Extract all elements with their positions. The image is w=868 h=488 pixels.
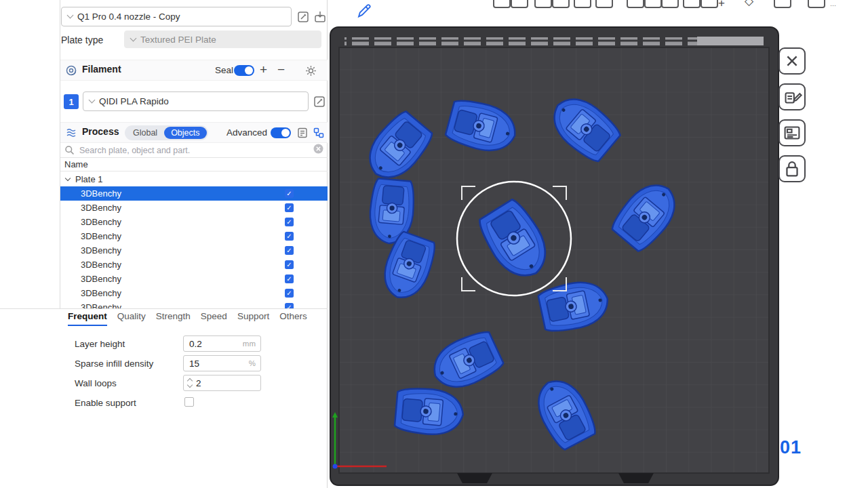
tree-item-object[interactable]: 3DBenchy✓ bbox=[60, 229, 328, 243]
tab-strength[interactable]: Strength bbox=[156, 311, 191, 326]
object-visibility-checkbox[interactable]: ✓ bbox=[285, 232, 294, 241]
tab-others[interactable]: Others bbox=[279, 311, 307, 326]
param-input[interactable]: 2 bbox=[183, 375, 261, 391]
object-visibility-checkbox[interactable]: ✓ bbox=[285, 289, 294, 298]
tree-item-object[interactable]: 3DBenchy✓ bbox=[60, 215, 328, 229]
scope-objects-button[interactable]: Objects bbox=[164, 127, 206, 139]
plate-type-select[interactable]: Textured PEI Plate bbox=[124, 30, 321, 48]
plate-clip bbox=[618, 473, 654, 483]
export-preset-icon[interactable] bbox=[313, 10, 327, 24]
object-name: 3DBenchy bbox=[81, 188, 121, 199]
printer-preset-select[interactable]: Q1 Pro 0.4 nozzle - Copy bbox=[61, 7, 292, 26]
edit-filament-icon[interactable] bbox=[313, 95, 326, 108]
object-visibility-checkbox[interactable]: ✓ bbox=[285, 203, 294, 212]
tree-item-object[interactable]: 3DBenchy✓ bbox=[60, 243, 328, 258]
object-visibility-checkbox[interactable]: ✓ bbox=[285, 274, 294, 283]
build-plate[interactable] bbox=[328, 24, 781, 488]
filament-name: QIDI PLA Rapido bbox=[99, 96, 169, 106]
tree-item-object[interactable]: 3DBenchy✓ bbox=[60, 300, 328, 308]
toolbar-icon[interactable] bbox=[627, 0, 644, 8]
param-input[interactable]: 15% bbox=[183, 355, 261, 371]
toolbar-icon[interactable] bbox=[574, 0, 591, 8]
plate-settings-button[interactable] bbox=[778, 119, 806, 146]
plate-settings-icon bbox=[781, 121, 804, 144]
tree-item-object[interactable]: 3DBenchy✓ bbox=[60, 272, 328, 286]
plate-clip bbox=[457, 473, 492, 483]
toolbar-icon[interactable] bbox=[534, 0, 552, 8]
tree-item-object[interactable]: 3DBenchy✓ bbox=[60, 201, 328, 215]
advanced-toggle[interactable] bbox=[271, 127, 291, 138]
toolbar-icon[interactable] bbox=[774, 0, 791, 8]
name-column-label: Name bbox=[64, 159, 88, 169]
param-row: Layer height0.2mm bbox=[0, 335, 328, 354]
printer-preset-value: Q1 Pro 0.4 nozzle - Copy bbox=[77, 12, 180, 22]
collapse-caret-icon[interactable] bbox=[65, 176, 71, 181]
search-bar bbox=[60, 143, 328, 158]
tree-item-plate[interactable]: Plate 1 bbox=[60, 172, 328, 186]
object-name: 3DBenchy bbox=[81, 217, 121, 227]
tab-support[interactable]: Support bbox=[237, 311, 269, 326]
search-icon bbox=[64, 145, 75, 155]
chevron-down-icon bbox=[130, 35, 137, 41]
object-name: 3DBenchy bbox=[81, 231, 121, 241]
param-input[interactable]: 0.2mm bbox=[183, 336, 261, 352]
tree-item-object[interactable]: 3DBenchy✓ bbox=[60, 186, 328, 201]
search-input[interactable] bbox=[79, 146, 309, 155]
object-visibility-checkbox[interactable]: ✓ bbox=[285, 246, 294, 255]
param-row: Enable support bbox=[0, 394, 328, 413]
spinner-arrows[interactable] bbox=[188, 379, 192, 387]
filament-select[interactable]: QIDI PLA Rapido bbox=[83, 92, 309, 111]
clear-search-icon[interactable] bbox=[309, 144, 323, 157]
viewport-3d[interactable]: + ◇ ... bbox=[328, 0, 868, 488]
parameter-list: Layer height0.2mmSparse infill density15… bbox=[0, 335, 328, 413]
object-visibility-checkbox[interactable]: ✓ bbox=[285, 260, 294, 269]
object-visibility-checkbox[interactable]: ✓ bbox=[285, 218, 294, 226]
edit-preset-icon[interactable] bbox=[296, 10, 310, 24]
process-icon bbox=[65, 127, 77, 139]
param-label: Sparse infill density bbox=[75, 359, 153, 369]
toolbar-icon[interactable] bbox=[493, 0, 511, 8]
enable-support-checkbox[interactable] bbox=[184, 397, 194, 407]
lock-plate-button[interactable] bbox=[778, 155, 806, 182]
edit-plate-icon[interactable] bbox=[355, 2, 373, 22]
toolbar-icon[interactable] bbox=[808, 0, 825, 8]
delete-all-button[interactable] bbox=[778, 47, 806, 75]
tab-speed[interactable]: Speed bbox=[201, 311, 227, 326]
toolbar-icon[interactable] bbox=[701, 0, 718, 8]
param-unit: % bbox=[249, 359, 256, 367]
filament-slot-badge[interactable]: 1 bbox=[64, 94, 79, 109]
auto-arrange-button[interactable] bbox=[778, 83, 806, 110]
process-list-icon[interactable] bbox=[296, 127, 309, 139]
param-row: Wall loops2 bbox=[0, 374, 328, 394]
param-label: Wall loops bbox=[75, 378, 117, 388]
remove-filament-button[interactable]: − bbox=[277, 63, 285, 76]
tab-frequent[interactable]: Frequent bbox=[68, 311, 107, 326]
toolbar-icon[interactable] bbox=[595, 0, 613, 8]
more-icon[interactable]: ... bbox=[830, 0, 836, 7]
tree-item-object[interactable]: 3DBenchy✓ bbox=[60, 286, 328, 300]
toolbar-icon[interactable] bbox=[552, 0, 570, 8]
toolbar-icon[interactable] bbox=[511, 0, 528, 8]
seal-toggle[interactable] bbox=[234, 65, 254, 76]
object-name: 3DBenchy bbox=[81, 274, 121, 284]
tree-item-object[interactable]: 3DBenchy✓ bbox=[60, 258, 328, 272]
add-icon[interactable]: + bbox=[718, 0, 725, 9]
object-list-icon[interactable] bbox=[313, 127, 325, 139]
lock-icon bbox=[781, 157, 804, 180]
object-visibility-checkbox[interactable]: ✓ bbox=[285, 189, 294, 198]
scope-global-button[interactable]: Global bbox=[126, 128, 164, 138]
param-unit: mm bbox=[243, 340, 256, 348]
toolbar-icon[interactable] bbox=[661, 0, 679, 8]
object-visibility-checkbox[interactable]: ✓ bbox=[285, 303, 294, 308]
param-value: 15 bbox=[189, 359, 249, 369]
filament-icon bbox=[65, 64, 77, 77]
toolbar-icon[interactable] bbox=[644, 0, 662, 8]
tab-quality[interactable]: Quality bbox=[117, 311, 146, 326]
filament-settings-gear-icon[interactable] bbox=[305, 65, 317, 77]
param-row: Sparse infill density15% bbox=[0, 354, 328, 374]
object-name: 3DBenchy bbox=[81, 302, 121, 308]
diamond-icon[interactable]: ◇ bbox=[745, 0, 753, 7]
add-filament-button[interactable]: + bbox=[260, 63, 267, 76]
toolbar-icon[interactable] bbox=[683, 0, 701, 8]
param-value: 2 bbox=[196, 378, 260, 388]
